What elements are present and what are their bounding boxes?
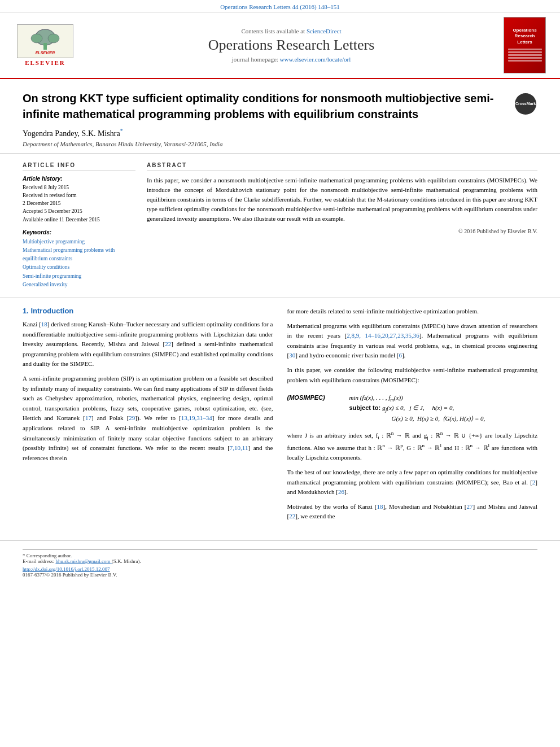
journal-title: Operations Research Letters — [79, 37, 504, 54]
keywords-section: Keywords: Multiobjective programming Mat… — [23, 229, 135, 289]
journal-citation-bar: Operations Research Letters 44 (2016) 14… — [0, 0, 560, 12]
journal-homepage-line: journal homepage: www.elsevier.com/locat… — [79, 56, 504, 63]
footer-separator — [23, 549, 537, 550]
intro-para-1: Kanzi [18] derived strong Karush–Kuhn–Tu… — [23, 320, 273, 369]
math-line-3: G(x) ≥ 0, H(x) ≥ 0, ⟨G(x), H(x)⟩ = 0, — [349, 415, 485, 422]
article-history: Article history: Received 8 July 2015 Re… — [23, 176, 135, 224]
doi-link[interactable]: http://dx.doi.org/10.1016/j.orl.2015.12.… — [23, 566, 110, 572]
abstract-column: ABSTRACT In this paper, we consider a no… — [147, 162, 537, 289]
available-date: Available online 11 December 2015 — [23, 216, 135, 224]
crossmark-badge: CrossMark — [515, 93, 537, 115]
journal-cover-thumbnail: OperationsResearchLetters — [504, 17, 549, 73]
accepted-date: Accepted 5 December 2015 — [23, 207, 135, 215]
journal-header: ELSEVIER ELSEVIER Contents lists availab… — [0, 12, 560, 79]
received-date: Received 8 July 2015 — [23, 184, 135, 191]
copyright-line: © 2016 Published by Elsevier B.V. — [147, 228, 537, 234]
keywords-list: Multiobjective programming Mathematical … — [23, 238, 135, 289]
thumbnail-decoration — [508, 47, 542, 63]
article-info-column: ARTICLE INFO Article history: Received 8… — [23, 162, 135, 289]
keyword-item: Mathematical programming problems witheq… — [23, 246, 135, 263]
keyword-item: Generalized invexity — [23, 281, 135, 289]
svg-point-3 — [31, 34, 42, 43]
article-title: On strong KKT type sufficient optimality… — [23, 90, 509, 122]
right-para-after-math-3: Motivated by the works of Kanzi [18], Mo… — [287, 502, 538, 522]
keywords-label: Keywords: — [23, 229, 135, 235]
crossmark-icon: CrossMark — [515, 93, 536, 115]
keyword-item: Semi-infinite programming — [23, 272, 135, 281]
history-label: Article history: — [23, 176, 135, 182]
author-email-link[interactable]: bhu.sk.mishra@gmail.com — [55, 558, 111, 564]
article-metadata-section: ARTICLE INFO Article history: Received 8… — [0, 154, 560, 298]
author-sup: * — [120, 128, 123, 134]
svg-rect-2 — [43, 43, 47, 50]
intro-para-2: A semi-infinite programming problem (SIP… — [23, 374, 273, 463]
keyword-item: Multiobjective programming — [23, 238, 135, 246]
email-note: E-mail address: bhu.sk.mishra@gmail.com … — [23, 558, 537, 564]
right-para-after-math-1: where J is an arbitrary index set, fi : … — [287, 429, 538, 463]
elsevier-brand-text: ELSEVIER — [25, 59, 65, 66]
math-label: (MOSIMPEC) — [287, 394, 349, 401]
body-content: 1. Introduction Kanzi [18] derived stron… — [0, 298, 560, 535]
article-title-section: On strong KKT type sufficient optimality… — [0, 79, 560, 154]
journal-citation-text: Operations Research Letters 44 (2016) 14… — [220, 3, 340, 10]
journal-cover-image: OperationsResearchLetters — [504, 17, 546, 73]
science-direct-anchor[interactable]: ScienceDirect — [307, 28, 342, 34]
page-footer: * Corresponding author. E-mail address: … — [0, 540, 560, 583]
journal-homepage-link[interactable]: www.elsevier.com/locate/orl — [280, 56, 351, 63]
elsevier-tree-icon: ELSEVIER — [17, 24, 73, 58]
introduction-heading: 1. Introduction — [23, 307, 273, 315]
corresponding-author-note: * Corresponding author. — [23, 553, 537, 558]
right-para-2: Mathematical programs with equilibrium c… — [287, 321, 538, 361]
abstract-heading: ABSTRACT — [147, 162, 537, 171]
science-direct-link: Contents lists available at ScienceDirec… — [79, 28, 504, 34]
article-info-heading: ARTICLE INFO — [23, 162, 135, 171]
body-left-column: 1. Introduction Kanzi [18] derived stron… — [23, 307, 273, 526]
article-authors: Yogendra Pandey, S.K. Mishra* — [23, 128, 509, 138]
thumbnail-title: OperationsResearchLetters — [513, 28, 536, 45]
math-block-mosimpec: (MOSIMPEC) min (f₁(x), . . . , fm(x)) su… — [287, 390, 538, 429]
journal-header-center: Contents lists available at ScienceDirec… — [79, 28, 504, 63]
math-line-2: subject to: gj(x) ≤ 0, j ∈ J, h(x) = 0, — [349, 404, 485, 413]
article-affiliation: Department of Mathematics, Banaras Hindu… — [23, 141, 509, 147]
keyword-item: Optimality conditions — [23, 263, 135, 272]
revised-label: Received in revised form — [23, 191, 135, 199]
math-line-1: min (f₁(x), . . . , fm(x)) — [349, 394, 485, 403]
right-para-after-math-2: To the best of our knowledge, there are … — [287, 468, 538, 497]
revised-date: 2 December 2015 — [23, 199, 135, 207]
abstract-text: In this paper, we consider a nonsmooth m… — [147, 176, 537, 224]
svg-point-4 — [48, 34, 59, 43]
issn-line: 0167-6377/© 2016 Published by Elsevier B… — [23, 572, 537, 578]
article-title-area: On strong KKT type sufficient optimality… — [23, 90, 509, 147]
body-right-column: for more details related to semi-infinit… — [287, 307, 538, 526]
elsevier-logo: ELSEVIER ELSEVIER — [11, 24, 79, 66]
right-para-3: In this paper, we consider the following… — [287, 365, 538, 385]
right-para-1: for more details related to semi-infinit… — [287, 307, 538, 317]
svg-text:ELSEVIER: ELSEVIER — [36, 51, 55, 55]
